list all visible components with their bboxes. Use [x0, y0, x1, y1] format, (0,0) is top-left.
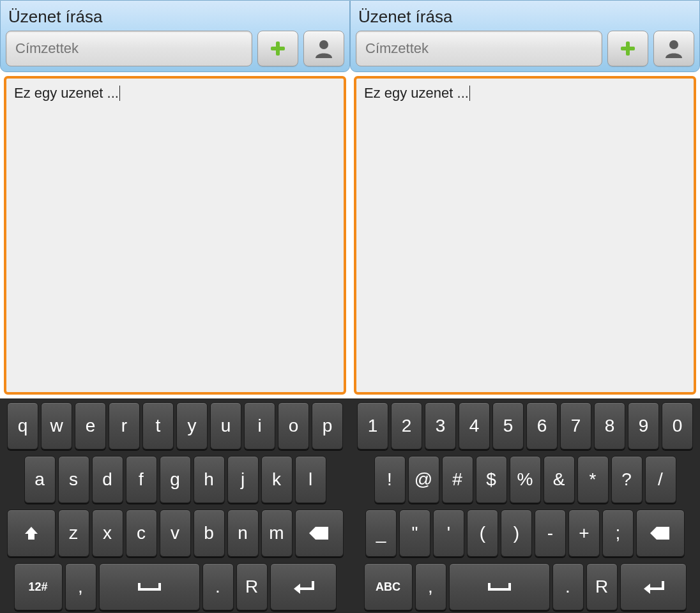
keyboard-alpha: q w e r t y u i o p a s d f g h j k l z	[0, 398, 350, 613]
backspace-icon	[650, 527, 671, 540]
key-return-label[interactable]: R	[236, 563, 268, 610]
key-5[interactable]: 5	[492, 402, 524, 450]
pick-contact-button[interactable]	[653, 31, 694, 66]
key-n[interactable]: n	[227, 510, 259, 557]
key-p[interactable]: p	[312, 402, 343, 450]
key-m[interactable]: m	[261, 510, 293, 557]
text-cursor	[119, 86, 120, 101]
key-mode-switch[interactable]: 12#	[14, 563, 63, 610]
key-plus[interactable]: +	[568, 510, 600, 557]
key-question[interactable]: ?	[611, 456, 643, 503]
key-7[interactable]: 7	[560, 402, 591, 450]
svg-point-2	[319, 40, 328, 49]
key-period[interactable]: .	[552, 563, 584, 610]
key-r[interactable]: r	[109, 402, 140, 450]
key-b[interactable]: b	[194, 510, 225, 557]
key-x[interactable]: x	[92, 510, 123, 557]
key-enter[interactable]	[270, 563, 337, 610]
key-amp[interactable]: &	[544, 456, 575, 503]
key-0[interactable]: 0	[662, 402, 693, 450]
kbd-row-3: z x c v b n m	[3, 510, 347, 557]
key-comma[interactable]: ,	[65, 563, 96, 610]
recipients-row	[6, 31, 344, 66]
key-slash[interactable]: /	[645, 456, 676, 503]
key-w[interactable]: w	[41, 402, 72, 450]
add-recipient-button[interactable]	[607, 31, 648, 66]
key-q[interactable]: q	[7, 402, 38, 450]
enter-icon	[643, 580, 664, 594]
key-comma[interactable]: ,	[415, 563, 446, 610]
message-text: Ez egy uzenet ...	[14, 85, 119, 101]
key-lparen[interactable]: (	[467, 510, 498, 557]
keyboard-symbols: 1 2 3 4 5 6 7 8 9 0 ! @ # $ % & * ? / _ …	[350, 398, 700, 613]
recipients-row	[356, 31, 694, 66]
key-semicolon[interactable]: ;	[602, 510, 634, 557]
key-o[interactable]: o	[278, 402, 309, 450]
key-z[interactable]: z	[58, 510, 89, 557]
key-1[interactable]: 1	[357, 402, 388, 450]
key-underscore[interactable]: _	[365, 510, 397, 557]
person-icon	[313, 38, 335, 59]
key-percent[interactable]: %	[510, 456, 541, 503]
text-cursor	[469, 86, 470, 101]
enter-icon	[293, 580, 314, 594]
key-rparen[interactable]: )	[501, 510, 532, 557]
key-dquote[interactable]: "	[399, 510, 430, 557]
svg-rect-4	[621, 47, 635, 50]
key-h[interactable]: h	[194, 456, 225, 503]
pick-contact-button[interactable]	[303, 31, 344, 66]
key-mode-switch[interactable]: ABC	[364, 563, 413, 610]
key-space[interactable]	[449, 563, 550, 610]
key-9[interactable]: 9	[628, 402, 659, 450]
key-enter[interactable]	[620, 563, 687, 610]
space-icon	[487, 582, 512, 592]
message-input[interactable]: Ez egy uzenet ...	[4, 76, 346, 395]
key-f[interactable]: f	[126, 456, 157, 503]
key-c[interactable]: c	[126, 510, 157, 557]
add-recipient-button[interactable]	[257, 31, 298, 66]
svg-rect-1	[271, 47, 285, 50]
key-k[interactable]: k	[261, 456, 293, 503]
key-shift[interactable]	[7, 510, 56, 557]
space-icon	[137, 582, 162, 592]
key-j[interactable]: j	[227, 456, 259, 503]
message-area: Ez egy uzenet ...	[350, 72, 700, 398]
key-backspace[interactable]	[636, 510, 685, 557]
plus-icon	[619, 40, 637, 57]
compose-header: Üzenet írása	[0, 0, 350, 72]
key-v[interactable]: v	[160, 510, 191, 557]
key-u[interactable]: u	[210, 402, 241, 450]
key-return-label[interactable]: R	[586, 563, 618, 610]
key-hash[interactable]: #	[442, 456, 473, 503]
key-3[interactable]: 3	[425, 402, 456, 450]
key-e[interactable]: e	[75, 402, 106, 450]
shift-icon	[23, 525, 40, 541]
key-star[interactable]: *	[577, 456, 609, 503]
key-squote[interactable]: '	[433, 510, 464, 557]
message-input[interactable]: Ez egy uzenet ...	[354, 76, 696, 395]
recipients-input[interactable]	[6, 31, 252, 66]
key-backspace[interactable]	[295, 510, 344, 557]
key-a[interactable]: a	[24, 456, 56, 503]
key-4[interactable]: 4	[459, 402, 490, 450]
key-t[interactable]: t	[142, 402, 174, 450]
key-i[interactable]: i	[244, 402, 275, 450]
key-space[interactable]	[99, 563, 200, 610]
kbd-row-2: ! @ # $ % & * ? /	[353, 456, 697, 503]
key-exclaim[interactable]: !	[374, 456, 406, 503]
key-at[interactable]: @	[408, 456, 439, 503]
key-d[interactable]: d	[92, 456, 123, 503]
kbd-row-1: q w e r t y u i o p	[3, 402, 347, 450]
key-y[interactable]: y	[176, 402, 208, 450]
key-period[interactable]: .	[202, 563, 234, 610]
key-s[interactable]: s	[58, 456, 89, 503]
key-8[interactable]: 8	[594, 402, 625, 450]
key-6[interactable]: 6	[526, 402, 558, 450]
compose-header: Üzenet írása	[350, 0, 700, 72]
key-g[interactable]: g	[160, 456, 191, 503]
recipients-input[interactable]	[356, 31, 602, 66]
key-minus[interactable]: -	[535, 510, 566, 557]
key-l[interactable]: l	[295, 456, 326, 503]
key-dollar[interactable]: $	[476, 456, 507, 503]
key-2[interactable]: 2	[391, 402, 422, 450]
